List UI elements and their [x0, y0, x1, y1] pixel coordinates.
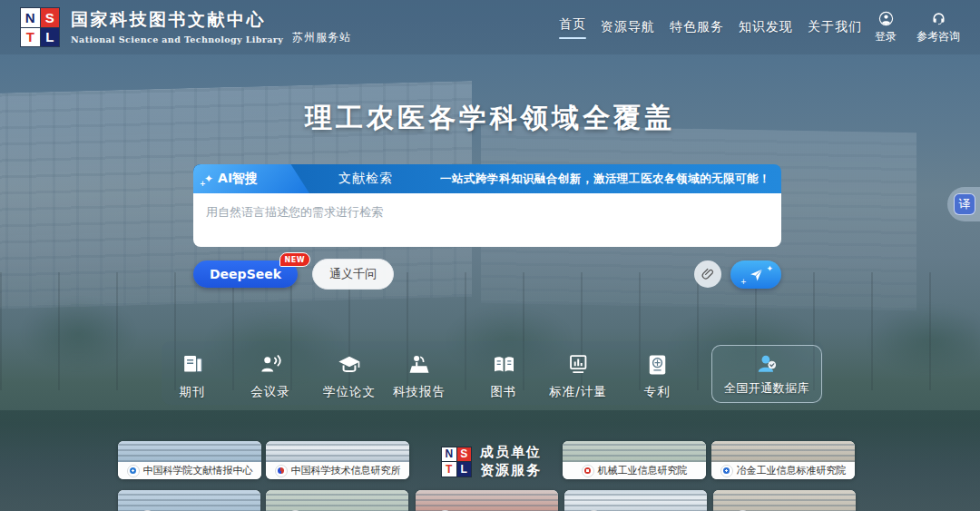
send-button[interactable]: ✦ + [730, 260, 781, 289]
member-card-partial[interactable] [118, 490, 260, 511]
brand-text: 国家科技图书文献中心 National Science and Technolo… [71, 10, 351, 45]
send-icon [749, 267, 764, 282]
resource-item-journals[interactable]: 期刊 [180, 352, 206, 400]
search-slogan: 一站式跨学科知识融合创新，激活理工医农各领域的无限可能！ [440, 172, 770, 187]
deepseek-model-button[interactable]: DeepSeek NEW [193, 260, 298, 288]
sparkle-icon: ✦+ [204, 172, 213, 185]
tongyi-model-button[interactable]: 通义千问 [312, 259, 394, 290]
conference-speaker-icon [258, 352, 283, 378]
member-card-partial[interactable] [564, 490, 707, 511]
member-card[interactable]: 机械工业信息研究院 [563, 441, 706, 479]
member-card-partial[interactable] [713, 490, 856, 511]
main-nav: 首页 资源导航 特色服务 知识发现 关于我们 [559, 16, 862, 39]
new-badge: NEW [279, 252, 310, 267]
member-building-image [711, 441, 855, 462]
search-panel: ✦+ AI智搜 文献检索 一站式跨学科知识融合创新，激活理工医农各领域的无限可能… [193, 164, 781, 290]
nstl-logo-small: N S T L [441, 447, 472, 477]
member-building-image [118, 441, 261, 462]
attach-button[interactable] [694, 260, 721, 288]
translate-icon: 译 [954, 193, 975, 215]
search-input[interactable] [193, 193, 781, 247]
model-row: DeepSeek NEW 通义千问 ✦ + [193, 259, 781, 290]
tab-ai-search-label: AI智搜 [218, 171, 258, 187]
nav-item-resource-navigation[interactable]: 资源导航 [601, 19, 655, 35]
send-sparkle-icon: ✦ [766, 264, 773, 273]
open-book-icon [491, 352, 516, 378]
reference-consult-button[interactable]: 参考咨询 [916, 11, 960, 44]
logo-cell-t: T [21, 28, 40, 47]
site-logo[interactable]: N S T L 国家科技图书文献中心 National Science and … [20, 7, 351, 47]
nav-item-about-us[interactable]: 关于我们 [808, 19, 862, 35]
header-bar: N S T L 国家科技图书文献中心 National Science and … [0, 0, 980, 54]
member-building-image [266, 441, 409, 462]
member-card[interactable]: 中国科学院文献情报中心 [118, 441, 261, 479]
logo-cell-l: L [41, 28, 60, 47]
site-title: 国家科技图书文献中心 [71, 10, 351, 30]
service-station-label: 苏州服务站 [292, 30, 351, 45]
member-name: 中国科学技术信息研究所 [291, 464, 401, 477]
tab-ai-search[interactable]: ✦+ AI智搜 [193, 164, 309, 193]
resource-item-books[interactable]: 图书 [491, 352, 517, 400]
member-logo-machinery [582, 465, 594, 477]
paperclip-icon [701, 267, 715, 281]
resource-item-national-databases[interactable]: 全国开通数据库 [711, 345, 822, 403]
headset-icon [931, 11, 946, 26]
graduation-cap-icon [337, 352, 362, 378]
resource-item-standards[interactable]: 标准/计量 [549, 352, 607, 400]
login-button[interactable]: 登录 [875, 11, 897, 44]
report-podium-icon [407, 352, 432, 378]
nav-item-knowledge-discovery[interactable]: 知识发现 [739, 19, 793, 35]
resource-item-dissertations[interactable]: 学位论文 [323, 352, 376, 400]
consult-label: 参考咨询 [916, 29, 960, 44]
member-logo-las [127, 465, 140, 477]
member-name: 冶金工业信息标准研究院 [737, 464, 847, 477]
member-card[interactable]: 冶金工业信息标准研究院 [711, 441, 855, 479]
site-subtitle: National Science and Technology Library [71, 34, 283, 44]
resource-item-proceedings[interactable]: 会议录 [250, 352, 290, 400]
member-card-partial[interactable] [266, 490, 408, 511]
tab-literature-search[interactable]: 文献检索 [338, 171, 393, 187]
nav-item-home[interactable]: 首页 [559, 16, 586, 39]
standard-chart-icon [565, 352, 591, 378]
deepseek-label: DeepSeek [210, 267, 281, 281]
journal-icon [180, 352, 205, 378]
member-heading-line2: 资源服务 [480, 462, 542, 480]
login-label: 登录 [875, 29, 897, 44]
logo-cell-n: N [21, 8, 40, 27]
nav-item-featured-services[interactable]: 特色服务 [670, 19, 724, 35]
translate-float-button[interactable]: 译 [947, 187, 980, 221]
user-check-icon [755, 352, 779, 376]
member-logo-metallurgy [720, 465, 733, 477]
header-actions: 登录 参考咨询 [875, 11, 960, 44]
hero-title: 理工农医各学科领域全覆盖 [0, 100, 980, 137]
patent-seal-icon [644, 352, 670, 378]
member-building-image [563, 441, 706, 462]
resource-item-tech-reports[interactable]: 科技报告 [393, 352, 446, 400]
nstl-homepage: N S T L 国家科技图书文献中心 National Science and … [0, 0, 980, 511]
user-icon [878, 11, 894, 26]
member-card[interactable]: 中国科学技术信息研究所 [266, 441, 409, 479]
logo-cell-s: S [41, 8, 60, 27]
send-plus-icon: + [740, 278, 747, 286]
member-logo-istic [275, 465, 288, 477]
search-tab-bar: ✦+ AI智搜 文献检索 一站式跨学科知识融合创新，激活理工医农各领域的无限可能… [193, 164, 781, 193]
nstl-logo: N S T L [20, 7, 60, 47]
member-name: 机械工业信息研究院 [598, 464, 688, 477]
member-card-partial[interactable] [416, 490, 558, 511]
member-name: 中国科学院文献情报中心 [143, 464, 253, 477]
member-section-heading: N S T L 成员单位 资源服务 [441, 444, 542, 479]
member-heading-line1: 成员单位 [480, 444, 542, 462]
resource-item-patents[interactable]: 专利 [644, 352, 671, 400]
